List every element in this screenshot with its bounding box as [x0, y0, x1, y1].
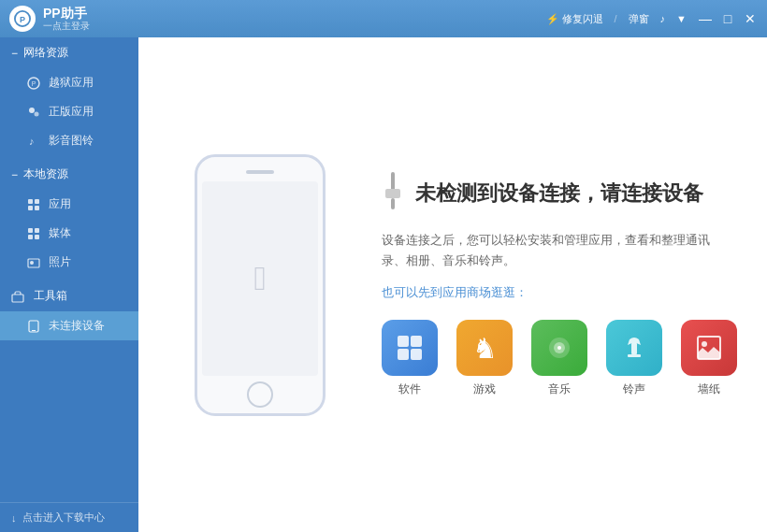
official-icon	[26, 105, 41, 120]
settings-action[interactable]: ▼	[676, 13, 687, 24]
app-icon-ringtone[interactable]: 铃声	[606, 320, 662, 397]
software-label: 软件	[398, 381, 421, 397]
no-device-title: 未检测到设备连接，请连接设备	[415, 180, 703, 208]
collapse-network-icon: −	[11, 47, 18, 60]
svg-rect-25	[398, 349, 409, 360]
music-action[interactable]: ♪	[660, 13, 666, 24]
svg-rect-15	[28, 259, 39, 267]
phone-bottom	[247, 376, 273, 413]
phone: 	[195, 154, 326, 416]
music-label: 音乐	[548, 381, 571, 397]
sidebar-item-no-device[interactable]: 未连接设备	[0, 311, 138, 340]
popup-action[interactable]: 弹窗	[629, 12, 649, 26]
usb-icon	[382, 172, 404, 215]
ringtone-icon-img	[606, 320, 662, 376]
repair-action[interactable]: ⚡ 修复闪退	[546, 12, 603, 26]
svg-rect-20	[391, 172, 395, 191]
svg-point-5	[35, 111, 39, 116]
sidebar-item-official[interactable]: 正版应用	[0, 97, 138, 126]
media-label: 媒体	[49, 225, 71, 241]
svg-rect-24	[411, 336, 422, 347]
app-icon-music[interactable]: 音乐	[531, 320, 587, 397]
official-label: 正版应用	[49, 104, 94, 120]
game-label: 游戏	[473, 381, 496, 397]
svg-rect-14	[35, 235, 39, 239]
app-title: PP助手	[43, 6, 90, 22]
phone-speaker	[246, 170, 274, 174]
close-button[interactable]: ✕	[743, 11, 758, 26]
jailbreak-label: 越狱应用	[49, 75, 94, 91]
app-title-block: PP助手 一点主登录	[43, 6, 90, 33]
sidebar-item-jailbreak[interactable]: P 越狱应用	[0, 68, 138, 97]
phone-illustration: 	[166, 154, 354, 416]
apple-logo: 	[253, 259, 266, 298]
titlebar-divider: /	[615, 13, 617, 24]
collapse-local-icon: −	[11, 168, 18, 181]
sidebar-item-toolbox[interactable]: 工具箱	[0, 280, 138, 311]
apps-label: 应用	[49, 196, 71, 212]
info-panel: 未检测到设备连接，请连接设备 设备连接之后，您可以轻松安装和管理应用，查看和整理…	[354, 172, 739, 397]
phone-top-bar	[223, 163, 297, 181]
sidebar-section-local[interactable]: − 本地资源	[0, 159, 138, 190]
svg-rect-8	[35, 199, 39, 204]
svg-text:P: P	[32, 80, 36, 87]
music-icon	[531, 320, 587, 376]
app-icon-software[interactable]: 软件	[382, 320, 438, 397]
sidebar-item-media[interactable]: 媒体	[0, 219, 138, 248]
svg-rect-9	[28, 206, 33, 210]
app-logo: P	[9, 6, 36, 32]
titlebar: P PP助手 一点主登录 ⚡ 修复闪退 / 弹窗 ♪ ▼ — □ ✕	[0, 0, 767, 37]
svg-text:♪: ♪	[29, 136, 35, 147]
svg-rect-12	[35, 228, 39, 233]
toolbox-icon	[11, 289, 28, 303]
svg-rect-17	[12, 295, 23, 302]
lightning-icon: ⚡	[546, 13, 559, 25]
content-area:  未检测到设备连接，请连接设备 设备连接之	[138, 37, 767, 532]
svg-point-4	[29, 108, 35, 113]
game-icon: ♞	[456, 320, 513, 376]
phone-home-button	[247, 381, 273, 408]
svg-point-16	[30, 261, 34, 265]
ringtone-icon: ♪	[26, 134, 41, 149]
toolbox-label: 工具箱	[34, 288, 67, 304]
software-icon	[382, 320, 438, 376]
network-section-label: 网络资源	[23, 45, 68, 61]
phone-screen: 	[202, 181, 318, 376]
download-icon: ↓	[11, 512, 17, 524]
bottom-download-link[interactable]: ↓ 点击进入下载中心	[0, 502, 138, 532]
jailbreak-icon: P	[26, 76, 41, 91]
svg-rect-10	[35, 206, 39, 210]
photos-icon	[26, 255, 41, 270]
photos-label: 照片	[49, 254, 71, 270]
svg-rect-22	[391, 198, 395, 209]
ringtone-label-img: 铃声	[623, 381, 645, 397]
no-device-header: 未检测到设备连接，请连接设备	[382, 172, 739, 215]
local-section-label: 本地资源	[23, 166, 68, 182]
apps-icon	[26, 197, 41, 212]
app-icon-game[interactable]: ♞ 游戏	[456, 320, 513, 397]
wallpaper-label: 墙纸	[698, 381, 720, 397]
svg-rect-26	[411, 349, 422, 360]
maximize-button[interactable]: □	[720, 11, 735, 26]
sidebar-section-network[interactable]: − 网络资源	[0, 37, 138, 68]
app-subtitle: 一点主登录	[43, 21, 90, 32]
app-icon-wallpaper[interactable]: 墙纸	[681, 320, 737, 397]
ringtone-label: 影音图铃	[49, 133, 94, 149]
sidebar-item-photos[interactable]: 照片	[0, 248, 138, 277]
svg-rect-21	[385, 189, 400, 198]
svg-rect-31	[628, 354, 641, 357]
sidebar-item-ringtone[interactable]: ♪ 影音图铃	[0, 126, 138, 155]
no-device-description: 设备连接之后，您可以轻松安装和管理应用，查看和整理通讯 录、相册、音乐和铃声。	[382, 230, 739, 271]
win-controls: — □ ✕	[698, 11, 758, 26]
store-link[interactable]: 也可以先到应用商场逛逛：	[382, 284, 739, 301]
sidebar-item-apps[interactable]: 应用	[0, 190, 138, 219]
sidebar: − 网络资源 P 越狱应用 正版应用	[0, 37, 138, 532]
minimize-button[interactable]: —	[698, 11, 713, 26]
svg-rect-13	[28, 235, 33, 239]
svg-text:P: P	[20, 15, 25, 24]
svg-rect-7	[28, 199, 33, 204]
titlebar-right: ⚡ 修复闪退 / 弹窗 ♪ ▼ — □ ✕	[546, 11, 758, 26]
titlebar-left: P PP助手 一点主登录	[9, 6, 90, 33]
svg-rect-11	[28, 228, 33, 233]
app-icons-grid: 软件 ♞ 游戏 音乐	[382, 320, 739, 397]
